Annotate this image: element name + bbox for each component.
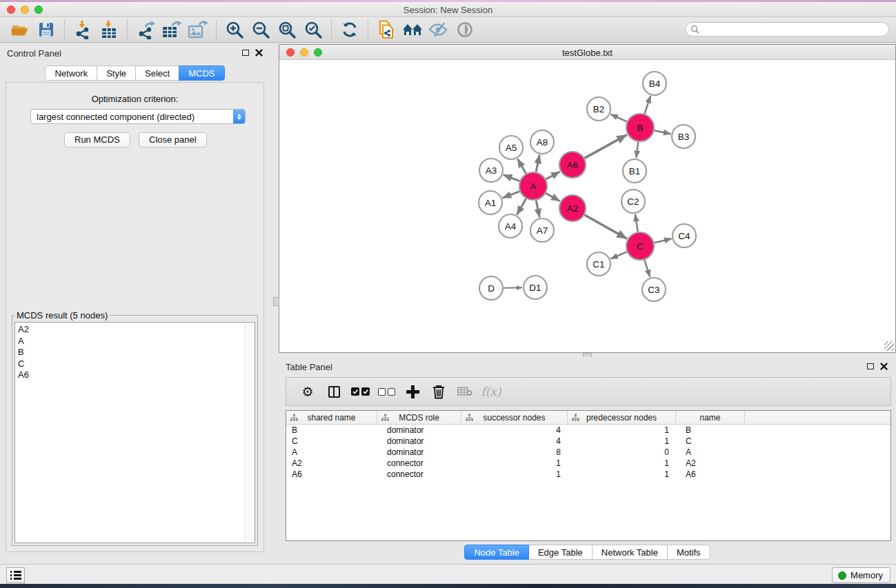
gear-icon[interactable]: ⚙ [295,380,321,403]
node-D[interactable]: D [479,276,503,300]
node-A8[interactable]: A8 [530,130,554,154]
tab-mcds[interactable]: MCDS [179,65,224,81]
tab-node-table[interactable]: Node Table [464,545,529,560]
edge-A-A5[interactable] [517,159,526,173]
edge-A-A6[interactable] [546,172,559,179]
node-B4[interactable]: B4 [643,72,666,95]
task-history-button[interactable] [6,567,25,583]
edge-A-A1[interactable] [503,192,520,199]
delete-row-icon[interactable] [426,380,452,403]
import-network-icon[interactable] [70,19,96,41]
add-row-icon[interactable] [399,380,426,403]
float-panel-icon[interactable] [242,50,249,56]
mcds-result-item[interactable]: C [15,358,255,370]
columns-icon[interactable] [321,380,347,403]
edge-A-A3[interactable] [504,175,520,181]
export-network-icon[interactable] [132,19,159,41]
tab-select[interactable]: Select [135,65,179,81]
window-resize-grip[interactable] [884,341,894,351]
network-canvas[interactable]: B4B2BB3A5A8A6B1A3AC2A1A2A4A7C4CC1C3DD1 [279,60,895,352]
hide-panels-icon[interactable] [426,19,452,41]
node-D1[interactable]: D1 [524,276,547,299]
close-panel-icon[interactable] [255,49,263,57]
zoom-selected-icon[interactable] [300,19,326,41]
node-B1[interactable]: B1 [623,159,646,183]
import-table-icon[interactable] [96,19,122,41]
node-A1[interactable]: A1 [479,191,502,214]
node-B2[interactable]: B2 [587,97,610,121]
node-B[interactable]: B [626,114,654,141]
table-row[interactable]: A2connector11A2 [286,458,890,469]
scrollbar[interactable] [245,323,254,542]
column-header-predecessor-nodes[interactable]: predecessor nodes [568,411,676,424]
search-field[interactable] [685,22,889,37]
mcds-result-item[interactable]: A2 [15,324,255,336]
column-header-MCDS-role[interactable]: MCDS role [377,411,461,424]
save-session-icon[interactable] [33,19,59,41]
network-graph[interactable]: B4B2BB3A5A8A6B1A3AC2A1A2A4A7C4CC1C3DD1 [279,60,895,352]
memory-button[interactable]: Memory [832,567,890,583]
tab-motifs[interactable]: Motifs [667,545,710,560]
edge-C-C4[interactable] [654,239,671,243]
deselect-all-icon[interactable] [373,380,399,403]
splitter-handle[interactable] [273,297,279,306]
node-B3[interactable]: B3 [672,125,695,148]
node-C1[interactable]: C1 [587,252,610,276]
run-mcds-button[interactable]: Run MCDS [64,132,130,148]
optimization-criterion-select[interactable]: largest connected component (directed) [30,109,246,124]
search-input[interactable] [699,23,888,35]
edge-B-B2[interactable] [610,114,627,122]
zoom-fit-icon[interactable] [274,19,300,41]
zoom-out-icon[interactable] [248,19,274,41]
node-C4[interactable]: C4 [673,224,696,247]
node-table[interactable]: shared nameMCDS rolesuccessor nodesprede… [286,410,891,541]
export-table-icon[interactable] [159,19,185,41]
table-row[interactable]: Bdominator41B [286,425,890,436]
node-A5[interactable]: A5 [499,136,523,159]
tab-network-table[interactable]: Network Table [592,545,668,560]
column-header-successor-nodes[interactable]: successor nodes [461,411,568,424]
mcds-result-item[interactable]: B [15,347,255,358]
table-row[interactable]: A6connector11A6 [286,469,890,480]
edge-C-C1[interactable] [610,252,626,258]
node-A7[interactable]: A7 [530,219,554,242]
edge-C-C3[interactable] [644,260,650,277]
edge-A6-B[interactable] [585,135,627,159]
zoom-in-icon[interactable] [221,19,248,41]
open-session-icon[interactable] [7,19,33,41]
tab-edge-table[interactable]: Edge Table [528,545,593,560]
tab-style[interactable]: Style [97,65,136,81]
node-C[interactable]: C [626,232,654,260]
node-A3[interactable]: A3 [479,159,503,182]
column-header-name[interactable]: name [676,411,745,424]
node-A2[interactable]: A2 [559,195,586,221]
close-panel-button[interactable]: Close panel [139,132,207,148]
column-header-shared-name[interactable]: shared name [286,411,377,424]
clone-network-icon[interactable] [373,19,399,41]
float-panel-icon[interactable] [867,363,874,369]
edge-A-A2[interactable] [546,193,559,201]
mcds-result-list[interactable]: A2ABCA6 [14,322,255,543]
node-A4[interactable]: A4 [499,214,522,238]
network-window-titlebar[interactable]: testGlobe.txt [279,45,895,60]
node-C3[interactable]: C3 [642,278,666,301]
select-all-icon[interactable] [347,380,373,403]
edge-A-A7[interactable] [536,201,539,218]
home-icon[interactable] [399,19,426,41]
edge-B-B4[interactable] [645,96,651,114]
mcds-result-item[interactable]: A [15,336,255,347]
edge-A-A4[interactable] [517,199,526,214]
table-row[interactable]: Cdominator41C [286,436,890,447]
mcds-result-item[interactable]: A6 [15,369,255,381]
edge-B-B3[interactable] [655,130,671,134]
edge-C-C2[interactable] [635,214,638,232]
close-panel-icon[interactable] [880,363,888,370]
edge-A-A8[interactable] [536,155,539,172]
edge-B-B1[interactable] [636,142,638,158]
export-image-icon[interactable] [185,19,211,41]
tab-network[interactable]: Network [45,65,97,81]
edge-A2-C[interactable] [584,215,626,239]
node-A6[interactable]: A6 [559,152,586,178]
node-A[interactable]: A [519,172,547,200]
node-C2[interactable]: C2 [621,190,645,213]
